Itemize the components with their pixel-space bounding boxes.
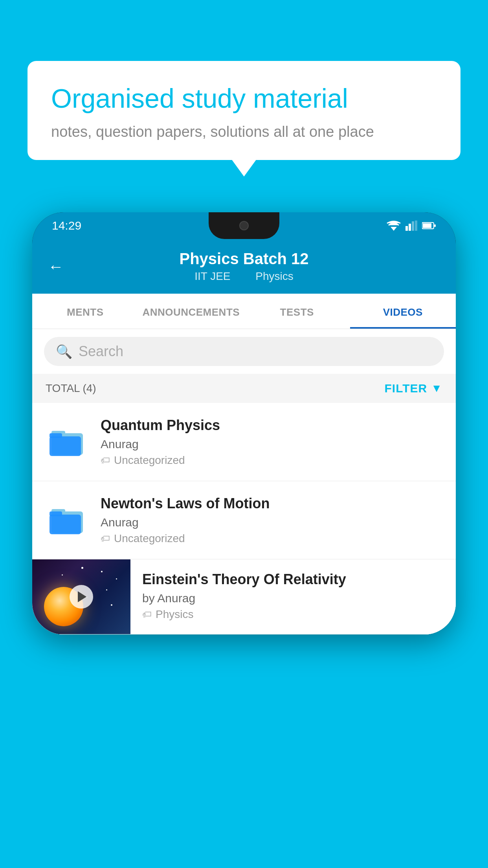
newtons-laws-author: Anurag (101, 516, 442, 529)
svg-rect-15 (50, 511, 62, 516)
einstein-tag: 🏷 Physics (142, 608, 444, 621)
newtons-laws-info: Newton's Laws of Motion Anurag 🏷 Uncateg… (101, 495, 442, 545)
tab-announcements[interactable]: ANNOUNCEMENTS (138, 294, 244, 329)
speech-bubble-subtext: notes, question papers, solutions all at… (51, 123, 437, 140)
tag-icon: 🏷 (101, 455, 110, 466)
folder-icon-newton (46, 498, 89, 542)
quantum-tag-label: Uncategorized (114, 454, 185, 467)
header-subtitle: IIT JEE Physics (189, 270, 299, 283)
newtons-laws-title: Newton's Laws of Motion (101, 495, 442, 512)
svg-rect-6 (423, 223, 431, 228)
front-camera (239, 221, 249, 230)
quantum-physics-info: Quantum Physics Anurag 🏷 Uncategorized (101, 417, 442, 467)
filter-row: TOTAL (4) FILTER ▼ (32, 374, 456, 403)
speech-bubble-heading: Organised study material (51, 83, 437, 115)
wifi-icon (387, 221, 401, 231)
svg-rect-10 (50, 436, 81, 456)
signal-icon (405, 221, 417, 231)
status-icons (387, 221, 436, 231)
tag-icon: 🏷 (142, 609, 152, 620)
svg-rect-11 (50, 433, 62, 438)
phone-screen: 14:29 (32, 212, 456, 634)
newtons-laws-tag: 🏷 Uncategorized (101, 532, 442, 545)
phone-frame: 14:29 (32, 212, 456, 634)
speech-bubble-wrapper: Organised study material notes, question… (28, 61, 460, 160)
search-input-wrapper[interactable]: 🔍 Search (44, 337, 444, 366)
search-bar-container: 🔍 Search (32, 329, 456, 374)
svg-rect-14 (50, 515, 81, 534)
app-header: ← Physics Batch 12 IIT JEE Physics (32, 239, 456, 294)
einstein-author: by Anurag (142, 592, 444, 605)
filter-button[interactable]: FILTER ▼ (385, 382, 442, 395)
quantum-physics-title: Quantum Physics (101, 417, 442, 434)
svg-marker-0 (391, 227, 397, 231)
tab-tests[interactable]: TESTS (244, 294, 350, 329)
status-bar: 14:29 (32, 212, 456, 239)
filter-icon: ▼ (431, 382, 442, 395)
newtons-tag-label: Uncategorized (114, 532, 185, 545)
tab-videos[interactable]: VIDEOS (350, 294, 456, 329)
search-placeholder-text: Search (79, 343, 123, 360)
einstein-thumbnail (32, 559, 130, 634)
quantum-physics-tag: 🏷 Uncategorized (101, 454, 442, 467)
einstein-title: Einstein's Theory Of Relativity (142, 571, 444, 588)
status-time: 14:29 (52, 219, 81, 232)
battery-icon (422, 222, 436, 230)
svg-rect-2 (409, 224, 411, 231)
subtitle-physics: Physics (255, 270, 293, 282)
content-area: 🔍 Search TOTAL (4) FILTER ▼ (32, 329, 456, 634)
svg-rect-4 (415, 221, 417, 231)
einstein-relativity-info: Einstein's Theory Of Relativity by Anura… (130, 559, 456, 633)
phone-frame-wrapper: 14:29 (32, 212, 456, 634)
speech-bubble: Organised study material notes, question… (28, 61, 460, 160)
video-list: Quantum Physics Anurag 🏷 Uncategorized (32, 403, 456, 634)
back-button[interactable]: ← (48, 257, 64, 275)
play-button[interactable] (70, 585, 93, 609)
tabs-bar: MENTS ANNOUNCEMENTS TESTS VIDEOS (32, 294, 456, 329)
search-icon: 🔍 (56, 344, 72, 359)
list-item[interactable]: Einstein's Theory Of Relativity by Anura… (32, 559, 456, 634)
folder-icon-quantum (46, 420, 89, 463)
list-item[interactable]: Newton's Laws of Motion Anurag 🏷 Uncateg… (32, 481, 456, 559)
svg-rect-3 (412, 221, 414, 231)
svg-rect-1 (405, 226, 408, 231)
tag-icon: 🏷 (101, 533, 110, 544)
filter-label: FILTER (385, 382, 427, 395)
header-title: Physics Batch 12 (179, 250, 308, 268)
tab-ments[interactable]: MENTS (32, 294, 138, 329)
quantum-physics-author: Anurag (101, 438, 442, 451)
einstein-tag-label: Physics (156, 608, 193, 621)
svg-rect-7 (434, 224, 436, 227)
play-icon (78, 591, 86, 602)
total-count-label: TOTAL (4) (46, 382, 96, 395)
subtitle-iitjee: IIT JEE (194, 270, 230, 282)
list-item[interactable]: Quantum Physics Anurag 🏷 Uncategorized (32, 403, 456, 481)
phone-notch (209, 212, 279, 239)
